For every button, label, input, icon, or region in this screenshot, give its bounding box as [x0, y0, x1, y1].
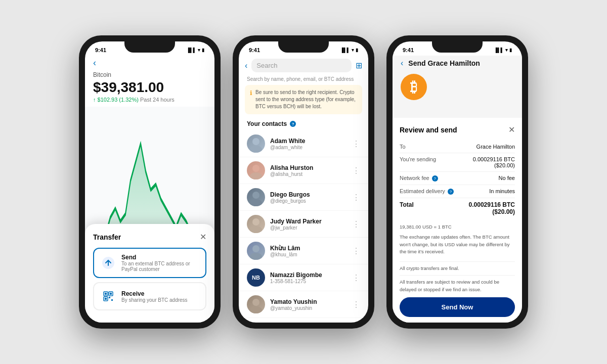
- send-now-button[interactable]: Send Now: [400, 297, 515, 317]
- coin-price: $39,381.00: [93, 79, 206, 96]
- avatar-diego: [247, 188, 265, 206]
- contact-more-adam[interactable]: ⋮: [352, 139, 360, 149]
- wifi-icon-3: ▾: [505, 48, 508, 53]
- avatar-alisha: [247, 161, 265, 179]
- review-close-button[interactable]: ✕: [508, 125, 515, 134]
- contact-info-namazzi: Namazzi Bigombe 1-358-581-1275: [270, 271, 347, 284]
- search-input[interactable]: Search: [256, 62, 346, 69]
- send-icon: [100, 255, 116, 271]
- contact-adam-white[interactable]: Adam White @adam_white ⋮: [239, 130, 368, 157]
- contact-name-khuu: Khừu Lâm: [270, 245, 347, 252]
- warning-box: ℹ Be sure to send to the right recipient…: [245, 85, 362, 114]
- phone1-content: ‹ Bitcoin $39,381.00 ↑ $102.93 (1.32%) P…: [85, 56, 214, 323]
- send-option-title: Send: [121, 254, 199, 261]
- review-row-delivery: Estimated delivery ? In minutes: [400, 185, 515, 198]
- review-title: Review and send: [400, 126, 457, 134]
- svg-point-13: [252, 192, 259, 199]
- contact-more-alisha[interactable]: ⋮: [352, 166, 360, 175]
- time-2: 9:41: [249, 47, 260, 53]
- signal-icon-3: ▐▌▌: [494, 48, 504, 53]
- review-row-total: Total 0.00029116 BTC ($20.00): [400, 198, 515, 219]
- contact-namazzi[interactable]: NB Namazzi Bigombe 1-358-581-1275 ⋮: [239, 264, 368, 291]
- review-row-sending: You're sending 0.00029116 BTC ($20.00): [400, 153, 515, 172]
- coin-header: Bitcoin $39,381.00 ↑ $102.93 (1.32%) Pas…: [85, 70, 214, 107]
- btc-logo: ₿: [401, 74, 427, 100]
- time-1: 9:41: [95, 47, 106, 53]
- contact-judy-ward[interactable]: Judy Ward Parker @jw_parker ⋮: [239, 211, 368, 238]
- time-3: 9:41: [403, 47, 414, 53]
- modal-header: Transfer ✕: [93, 232, 206, 242]
- sending-value: 0.00029116 BTC ($20.00): [452, 156, 515, 168]
- contact-alisha-hurston[interactable]: Alisha Hurston @alisha_hurst ⋮: [239, 157, 368, 184]
- search-bar: ‹ Search ⊞: [239, 56, 368, 75]
- avatar-yamato: [247, 295, 265, 313]
- contact-handle-diego: @diego_burgos: [270, 198, 347, 204]
- status-icons-1: ▐▌▌ ▾ ▮: [187, 48, 204, 53]
- review-header: Review and send ✕: [400, 125, 515, 134]
- wifi-icon-2: ▾: [352, 48, 354, 53]
- qr-icon[interactable]: ⊞: [356, 61, 362, 70]
- send-title: Send Grace Hamilton: [408, 59, 480, 67]
- review-row-to: To Grace Hamilton: [400, 141, 515, 153]
- back-button-2[interactable]: ‹: [245, 61, 247, 70]
- contact-khuu-lam[interactable]: Khừu Lâm @khuu_lâm ⋮: [239, 238, 368, 264]
- contact-more-diego[interactable]: ⋮: [352, 193, 360, 202]
- contact-more-yamato[interactable]: ⋮: [352, 300, 360, 309]
- avatar-khuu: [247, 242, 265, 260]
- receive-option-subtitle: By sharing your BTC address: [121, 297, 188, 303]
- total-label: Total: [400, 201, 414, 208]
- signal-icon-2: ▐▌▌: [340, 48, 350, 53]
- svg-rect-6: [105, 298, 107, 300]
- delivery-label: Estimated delivery ?: [400, 188, 454, 195]
- avatar-judy: [247, 215, 265, 233]
- contact-handle-judy: @jw_parker: [270, 225, 347, 231]
- send-option[interactable]: Send To an external BTC address or PayPa…: [93, 248, 206, 278]
- svg-point-20: [250, 306, 262, 313]
- phone-1: 9:41 ▐▌▌ ▾ ▮ ‹ Bitcoin $39,381.00 ↑ $102…: [79, 35, 221, 329]
- notch-3: [432, 41, 483, 53]
- svg-point-11: [252, 165, 259, 172]
- receive-option-title: Receive: [121, 290, 188, 297]
- contact-more-judy[interactable]: ⋮: [352, 219, 360, 229]
- svg-point-18: [250, 253, 262, 260]
- battery-icon-3: ▮: [509, 48, 512, 53]
- contact-handle-alisha: @alisha_hurst: [270, 171, 347, 177]
- contact-name-adam: Adam White: [270, 138, 347, 145]
- close-button[interactable]: ✕: [200, 232, 206, 242]
- warning-text: Be sure to send to the right recipient. …: [255, 89, 357, 110]
- contact-handle-khuu: @khuu_lâm: [270, 252, 347, 257]
- receive-option[interactable]: Receive By sharing your BTC address: [93, 282, 206, 310]
- contact-more-namazzi[interactable]: ⋮: [352, 273, 360, 283]
- contact-more-khuu[interactable]: ⋮: [352, 246, 360, 256]
- fee-help-icon[interactable]: ?: [432, 175, 438, 181]
- svg-point-16: [250, 226, 262, 233]
- contact-info-khuu: Khừu Lâm @khuu_lâm: [270, 245, 347, 257]
- back-button-3[interactable]: ‹: [401, 59, 403, 68]
- contact-handle-yamato: @yamato_yuushin: [270, 305, 347, 311]
- svg-point-19: [252, 299, 259, 306]
- svg-rect-5: [110, 293, 112, 295]
- modal-title: Transfer: [93, 233, 121, 241]
- send-option-subtitle: To an external BTC address or PayPal cus…: [121, 261, 199, 272]
- review-row-fee: Network fee ? No fee: [400, 172, 515, 185]
- contact-diego-burgos[interactable]: Diego Burgos @diego_burgos ⋮: [239, 184, 368, 211]
- transfer-modal: Transfer ✕ Send To an external BTC: [85, 224, 214, 323]
- contact-info-judy: Judy Ward Parker @jw_parker: [270, 218, 347, 231]
- contacts-help-icon[interactable]: ?: [290, 121, 296, 127]
- search-hint: Search by name, phone, email, or BTC add…: [239, 75, 368, 85]
- back-button-1[interactable]: ‹: [85, 56, 214, 70]
- contact-info-adam: Adam White @adam_white: [270, 138, 347, 150]
- contacts-list: Adam White @adam_white ⋮: [239, 130, 368, 318]
- delivery-value: In minutes: [489, 188, 515, 194]
- phone3-content: ‹ Send Grace Hamilton ₿ Send Bitcoin Rev…: [393, 56, 522, 323]
- contact-name-judy: Judy Ward Parker: [270, 218, 347, 225]
- review-modal: Review and send ✕ To Grace Hamilton You'…: [393, 118, 522, 323]
- receive-icon: [100, 288, 116, 304]
- wifi-icon: ▾: [198, 48, 200, 53]
- delivery-help-icon[interactable]: ?: [448, 189, 454, 195]
- contact-yamato[interactable]: Yamato Yuushin @yamato_yuushin ⋮: [239, 291, 368, 318]
- contact-name-namazzi: Namazzi Bigombe: [270, 271, 347, 279]
- search-input-wrap[interactable]: Search: [251, 59, 352, 72]
- notch-2: [278, 41, 329, 53]
- contact-handle-adam: @adam_white: [270, 145, 347, 150]
